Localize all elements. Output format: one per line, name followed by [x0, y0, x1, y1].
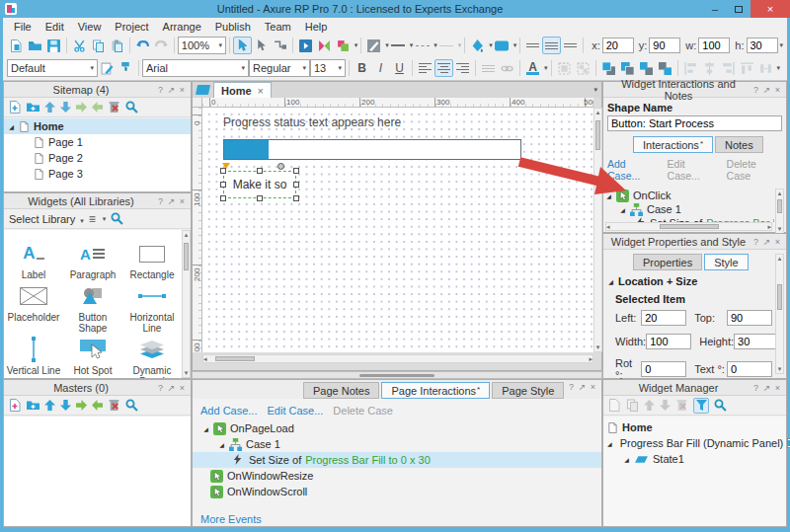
widget-item-vertical-line[interactable]: Vertical Line	[4, 334, 63, 378]
send-backward-icon[interactable]	[656, 59, 674, 77]
align-centers-icon[interactable]	[700, 59, 719, 77]
tab-notes[interactable]: Notes	[715, 136, 763, 153]
help-icon[interactable]: ?	[750, 85, 761, 95]
selected-button-outline[interactable]: Make it so	[223, 171, 296, 198]
delete-case-link[interactable]: Delete Case	[727, 158, 782, 182]
send-to-back-icon[interactable]	[618, 59, 637, 77]
expander-icon[interactable]: ◢	[218, 441, 225, 448]
event-row-onclick[interactable]: ◢ OnClick	[605, 189, 774, 202]
help-icon[interactable]: ?	[155, 196, 166, 206]
insert-link-icon[interactable]	[498, 59, 516, 77]
close-panel-icon[interactable]: ×	[177, 85, 188, 95]
align-center-icon[interactable]	[434, 59, 453, 77]
dropdown-icon[interactable]: ▾	[103, 215, 107, 223]
text-rotation-input[interactable]	[727, 361, 772, 377]
move-up-icon[interactable]	[44, 102, 55, 113]
copy-icon[interactable]	[89, 37, 108, 54]
dropdown-icon[interactable]: ▾	[355, 41, 358, 49]
panel-splitter[interactable]	[192, 371, 602, 379]
close-panel-icon[interactable]: ×	[772, 237, 783, 247]
resize-handle[interactable]	[220, 182, 226, 188]
case-row[interactable]: ◢ Case 1	[605, 202, 774, 216]
tab-overflow-icon[interactable]: ▾	[593, 86, 597, 94]
scroll-down-icon[interactable]: ▾	[596, 343, 600, 351]
dropdown-icon[interactable]: ▾	[458, 41, 462, 49]
help-icon[interactable]: ?	[155, 383, 166, 393]
delete-item-icon[interactable]	[675, 399, 688, 412]
close-panel-icon[interactable]: ×	[772, 383, 783, 393]
align-right-icon[interactable]	[453, 59, 472, 77]
interactions-vertical-scrollbar[interactable]: ▴ ▾	[775, 189, 784, 234]
filter-icon[interactable]	[693, 398, 709, 414]
arrow-style-icon[interactable]	[437, 37, 456, 54]
popout-icon[interactable]: ↗	[761, 237, 772, 247]
outdent-left-icon[interactable]	[92, 400, 103, 411]
bring-forward-icon[interactable]	[637, 59, 656, 77]
generate-icon[interactable]	[334, 37, 353, 54]
close-panel-icon[interactable]: ×	[177, 196, 188, 206]
move-down-icon[interactable]	[60, 400, 71, 411]
menu-view[interactable]: View	[71, 21, 109, 33]
rotation-input[interactable]	[641, 361, 686, 377]
indent-right-icon[interactable]	[76, 400, 87, 411]
move-down-icon[interactable]	[60, 102, 71, 113]
properties-vertical-scrollbar[interactable]: ▴ ▾	[775, 254, 784, 374]
new-file-icon[interactable]	[7, 37, 26, 54]
resize-handle[interactable]	[293, 182, 299, 188]
connector-tool-icon[interactable]	[271, 37, 289, 54]
scroll-up-icon[interactable]: ▴	[778, 255, 782, 263]
add-folder-icon[interactable]	[27, 399, 40, 412]
align-text-bottom-icon[interactable]	[561, 37, 580, 54]
redo-icon[interactable]	[152, 37, 171, 54]
cut-icon[interactable]	[70, 37, 89, 54]
widgets-scrollbar[interactable]: ▴ ▾	[182, 230, 191, 378]
bring-to-front-icon[interactable]	[599, 59, 618, 77]
resize-handle[interactable]	[257, 168, 263, 174]
tab-page-notes[interactable]: Page Notes	[303, 382, 379, 399]
resize-handle[interactable]	[220, 168, 226, 174]
move-down-icon[interactable]	[660, 400, 671, 411]
expander-icon[interactable]: ◢	[607, 278, 614, 285]
delete-master-icon[interactable]	[108, 399, 120, 412]
library-options-icon[interactable]: ≡	[89, 212, 96, 226]
toolbar-overflow-icon[interactable]: ▾	[777, 64, 781, 72]
close-button[interactable]: ×	[750, 0, 790, 18]
save-icon[interactable]	[44, 37, 63, 54]
bullet-list-icon[interactable]	[479, 59, 498, 77]
widget-item-horizontal-line[interactable]: Horizontal Line	[122, 280, 182, 334]
maximize-button[interactable]	[727, 0, 750, 18]
height-input[interactable]	[734, 334, 779, 349]
sitemap-item-home[interactable]: ◢ Home	[4, 118, 191, 134]
menu-project[interactable]: Project	[108, 21, 155, 33]
edit-case-link[interactable]: Edit Case...	[668, 158, 720, 182]
tab-style[interactable]: Style	[704, 254, 748, 270]
scroll-up-icon[interactable]: ▴	[596, 109, 600, 116]
scroll-left-icon[interactable]: ◂	[606, 223, 610, 231]
widget-item-placeholder[interactable]: Placeholder	[4, 280, 63, 334]
distribute-icon[interactable]	[756, 59, 775, 77]
menu-arrange[interactable]: Arrange	[156, 21, 208, 33]
search-icon[interactable]	[111, 212, 123, 225]
manager-row-dynamic-panel[interactable]: ◢ Progress Bar Fill (Dynamic Panel)	[607, 435, 782, 451]
sitemap-item-page1[interactable]: Page 1	[4, 134, 191, 150]
align-right-edges-icon[interactable]	[719, 59, 738, 77]
tab-page-interactions[interactable]: Page Interactions*	[381, 382, 490, 399]
outdent-left-icon[interactable]	[92, 102, 103, 113]
event-row-onwindowresize[interactable]: OnWindowResize	[200, 468, 601, 484]
publish-icon[interactable]	[315, 37, 334, 54]
x-input[interactable]	[602, 38, 634, 53]
minimize-button[interactable]: –	[703, 0, 727, 18]
search-icon[interactable]	[714, 399, 727, 412]
add-master-icon[interactable]	[9, 399, 22, 412]
popout-icon[interactable]: ↗	[761, 85, 772, 95]
widget-item-button-shape[interactable]: Button Shape	[63, 280, 122, 334]
splitter-grip[interactable]	[359, 374, 434, 377]
progress-status-text-widget[interactable]: Progress status text appears here	[223, 115, 401, 129]
tab-properties[interactable]: Properties	[633, 254, 702, 270]
line-width-icon[interactable]	[389, 37, 408, 54]
more-events-link[interactable]: More Events	[200, 513, 262, 525]
paste-icon[interactable]	[108, 37, 126, 54]
move-up-icon[interactable]	[44, 400, 55, 411]
event-row-onwindowscroll[interactable]: OnWindowScroll	[200, 484, 601, 499]
page-pane-icon[interactable]	[196, 85, 210, 95]
